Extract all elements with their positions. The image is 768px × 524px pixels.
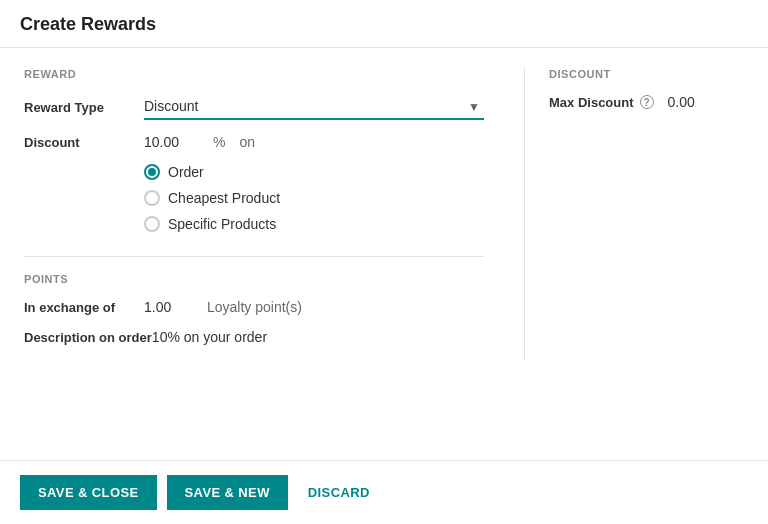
radio-cheapest-outer: [144, 190, 160, 206]
in-exchange-control: 1.00 Loyalty point(s): [144, 299, 484, 315]
description-label: Description on order: [24, 330, 152, 345]
radio-cheapest-label: Cheapest Product: [168, 190, 280, 206]
page-title: Create Rewards: [20, 14, 748, 35]
reward-section-label: REWARD: [24, 68, 484, 80]
discount-control: 10.00 % on: [144, 134, 484, 150]
in-exchange-value: 1.00: [144, 299, 199, 315]
radio-specific-outer: [144, 216, 160, 232]
discount-label: Discount: [24, 135, 144, 150]
radio-specific-label: Specific Products: [168, 216, 276, 232]
discount-on: on: [239, 134, 255, 150]
max-discount-value: 0.00: [668, 94, 695, 110]
main-content: REWARD Reward Type Discount Free Product…: [0, 48, 768, 379]
discount-row: Discount 10.00 % on: [24, 134, 484, 150]
description-row: Description on order 10% on your order: [24, 329, 484, 345]
loyalty-points-text: Loyalty point(s): [207, 299, 302, 315]
reward-type-control: Discount Free Product ▼: [144, 94, 484, 120]
description-control: 10% on your order: [152, 329, 484, 345]
discount-value: 10.00: [144, 134, 199, 150]
form-sections: REWARD Reward Type Discount Free Product…: [24, 68, 744, 359]
max-discount-label: Max Discount: [549, 95, 634, 110]
radio-group: Order Cheapest Product Specific Products: [144, 164, 484, 232]
discard-button[interactable]: DISCARD: [298, 475, 380, 510]
in-exchange-label: In exchange of: [24, 300, 144, 315]
radio-order-inner: [148, 168, 156, 176]
section-right: DISCOUNT Max Discount ? 0.00: [524, 68, 744, 359]
footer: SAVE & CLOSE SAVE & NEW DISCARD: [0, 460, 768, 524]
reward-type-select[interactable]: Discount Free Product: [144, 94, 484, 120]
save-new-button[interactable]: SAVE & NEW: [167, 475, 288, 510]
discount-section-label: DISCOUNT: [549, 68, 744, 80]
radio-order-label: Order: [168, 164, 204, 180]
radio-order[interactable]: Order: [144, 164, 484, 180]
in-exchange-row: In exchange of 1.00 Loyalty point(s): [24, 299, 484, 315]
section-left: REWARD Reward Type Discount Free Product…: [24, 68, 524, 359]
max-discount-row: Max Discount ? 0.00: [549, 94, 744, 110]
radio-specific[interactable]: Specific Products: [144, 216, 484, 232]
description-value: 10% on your order: [152, 329, 267, 345]
reward-type-row: Reward Type Discount Free Product ▼: [24, 94, 484, 120]
reward-type-select-wrap[interactable]: Discount Free Product ▼: [144, 94, 484, 120]
radio-cheapest[interactable]: Cheapest Product: [144, 190, 484, 206]
page-header: Create Rewards: [0, 0, 768, 48]
reward-type-label: Reward Type: [24, 100, 144, 115]
points-section: POINTS In exchange of 1.00 Loyalty point…: [24, 256, 484, 345]
help-icon[interactable]: ?: [640, 95, 654, 109]
discount-unit: %: [213, 134, 225, 150]
radio-order-outer: [144, 164, 160, 180]
save-close-button[interactable]: SAVE & CLOSE: [20, 475, 157, 510]
points-section-label: POINTS: [24, 273, 484, 285]
